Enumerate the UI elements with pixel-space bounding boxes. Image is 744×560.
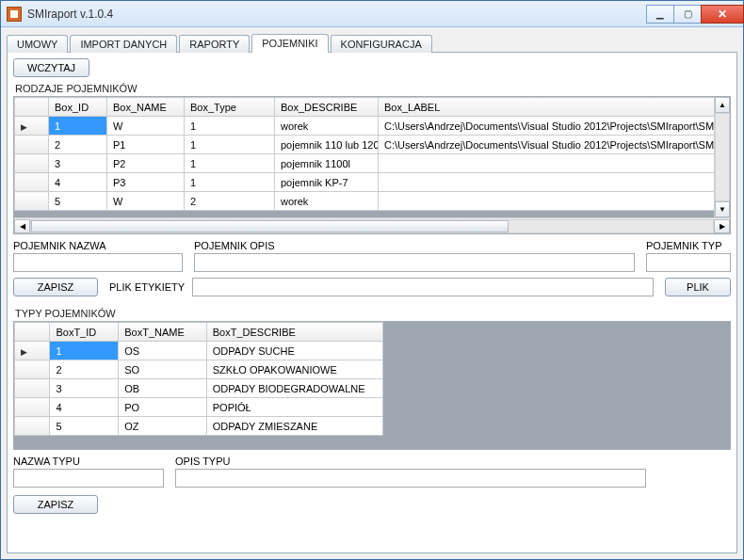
cell-box_type[interactable]: 1 <box>185 117 275 136</box>
tab-konfiguracja[interactable]: KONFIGURACJA <box>331 35 432 53</box>
grid1-col-boxtype[interactable]: Box_Type <box>185 98 275 117</box>
cell-box_label[interactable]: C:\Users\Andrzej\Documents\Visual Studio… <box>379 117 730 136</box>
scroll-left-icon[interactable]: ◀ <box>14 219 30 233</box>
tab-pojemniki[interactable]: POJEMNIKI <box>251 34 328 53</box>
table-row[interactable]: 3OBODPADY BIODEGRADOWALNE <box>15 379 383 398</box>
cell-boxt_describe[interactable]: ODPADY ZMIESZANE <box>206 417 382 436</box>
zapisz-pojemnik-button[interactable]: ZAPISZ <box>13 278 98 296</box>
plik-etykiety-input[interactable] <box>192 278 654 296</box>
tab-raporty[interactable]: RAPORTY <box>179 35 250 53</box>
cell-box_name[interactable]: W <box>107 192 185 211</box>
zapisz-typ-button[interactable]: ZAPISZ <box>13 495 98 514</box>
cell-box_label[interactable] <box>379 192 730 211</box>
cell-box_describe[interactable]: pojemnik KP-7 <box>275 173 379 192</box>
table-row[interactable]: 5OZODPADY ZMIESZANE <box>15 417 383 436</box>
minimize-button[interactable]: ▁ <box>646 5 674 24</box>
row-header[interactable] <box>15 342 50 360</box>
close-button[interactable]: ✕ <box>701 5 744 24</box>
cell-boxt_id[interactable]: 1 <box>50 342 119 360</box>
pojemnik-typ-input[interactable] <box>646 253 731 272</box>
grid1-col-boxlabel[interactable]: Box_LABEL <box>379 98 730 117</box>
hscroll-track[interactable] <box>30 219 714 233</box>
cell-box_id[interactable]: 2 <box>49 136 107 154</box>
cell-box_describe[interactable]: pojemnik 1100l <box>275 154 379 173</box>
cell-box_name[interactable]: P3 <box>107 173 185 192</box>
scroll-up-icon[interactable]: ▲ <box>715 97 730 113</box>
cell-boxt_describe[interactable]: ODPADY SUCHE <box>206 342 382 360</box>
row-header[interactable] <box>15 192 49 211</box>
table-row[interactable]: 5W2worek <box>15 192 730 211</box>
opis-typu-input[interactable] <box>175 469 646 488</box>
pojemnik-opis-input[interactable] <box>194 253 635 272</box>
wczytaj-button[interactable]: WCZYTAJ <box>13 58 89 77</box>
cell-boxt_name[interactable]: SO <box>119 360 207 379</box>
cell-box_name[interactable]: P2 <box>107 154 185 173</box>
plik-button[interactable]: PLIK <box>665 278 731 296</box>
cell-boxt_name[interactable]: OZ <box>119 417 207 436</box>
table-row[interactable]: 4P31pojemnik KP-7 <box>15 173 730 192</box>
table-row[interactable]: 2SOSZKŁO OPAKOWANIOWE <box>15 360 383 379</box>
tab-umowy[interactable]: UMOWY <box>7 35 68 53</box>
cell-boxt_id[interactable]: 4 <box>50 398 119 417</box>
cell-box_name[interactable]: P1 <box>107 136 185 154</box>
cell-box_id[interactable]: 4 <box>49 173 107 192</box>
grid1-col-boxdescribe[interactable]: Box_DESCRIBE <box>275 98 379 117</box>
cell-box_describe[interactable]: pojemnik 110 lub 120l <box>275 136 379 154</box>
cell-boxt_id[interactable]: 5 <box>50 417 119 436</box>
cell-box_label[interactable] <box>379 154 730 173</box>
cell-box_describe[interactable]: worek <box>275 192 379 211</box>
titlebar: SMIraport v.1.0.4 ▁ ▢ ✕ <box>1 1 743 27</box>
cell-boxt_describe[interactable]: SZKŁO OPAKOWANIOWE <box>206 360 382 379</box>
cell-boxt_id[interactable]: 2 <box>50 360 119 379</box>
cell-box_type[interactable]: 1 <box>185 154 275 173</box>
cell-boxt_name[interactable]: PO <box>119 398 207 417</box>
row-header[interactable] <box>15 379 50 398</box>
row-header[interactable] <box>15 360 50 379</box>
grid1-col-boxid[interactable]: Box_ID <box>49 98 107 117</box>
tab-import-danych[interactable]: IMPORT DANYCH <box>70 35 177 53</box>
window-title: SMIraport v.1.0.4 <box>27 8 647 21</box>
cell-box_id[interactable]: 1 <box>49 117 107 136</box>
nazwa-typu-input[interactable] <box>13 469 164 488</box>
cell-box_label[interactable] <box>379 173 730 192</box>
table-row[interactable]: 1OSODPADY SUCHE <box>15 342 383 360</box>
cell-boxt_id[interactable]: 3 <box>50 379 119 398</box>
table-row[interactable]: 2P11pojemnik 110 lub 120lC:\Users\Andrze… <box>15 136 730 154</box>
pojemnik-nazwa-input[interactable] <box>13 253 183 272</box>
table-row[interactable]: 4POPOPIÓŁ <box>15 398 383 417</box>
grid1-vscroll[interactable]: ▲ ▼ <box>714 97 730 217</box>
cell-box_name[interactable]: W <box>107 117 185 136</box>
row-header[interactable] <box>15 154 49 173</box>
cell-boxt_describe[interactable]: POPIÓŁ <box>206 398 382 417</box>
row-header[interactable] <box>15 398 50 417</box>
cell-box_describe[interactable]: worek <box>275 117 379 136</box>
grid2-col-boxtdescribe[interactable]: BoxT_DESCRIBE <box>206 323 382 342</box>
row-header[interactable] <box>15 173 49 192</box>
grid-rodzaje[interactable]: Box_ID Box_NAME Box_Type Box_DESCRIBE Bo… <box>13 96 731 234</box>
maximize-button[interactable]: ▢ <box>673 5 702 24</box>
row-header[interactable] <box>15 136 49 154</box>
cell-boxt_describe[interactable]: ODPADY BIODEGRADOWALNE <box>206 379 382 398</box>
hscroll-thumb[interactable] <box>31 220 509 232</box>
grid-typy[interactable]: BoxT_ID BoxT_NAME BoxT_DESCRIBE 1OSODPAD… <box>13 321 731 450</box>
scroll-right-icon[interactable]: ▶ <box>714 219 730 233</box>
scroll-down-icon[interactable]: ▼ <box>715 201 730 217</box>
pojemnik-opis-label: POJEMNIK OPIS <box>194 240 635 251</box>
cell-box_type[interactable]: 1 <box>185 136 275 154</box>
cell-boxt_name[interactable]: OB <box>119 379 207 398</box>
cell-boxt_name[interactable]: OS <box>119 342 207 360</box>
grid2-col-boxtname[interactable]: BoxT_NAME <box>119 323 207 342</box>
cell-box_type[interactable]: 2 <box>185 192 275 211</box>
cell-box_type[interactable]: 1 <box>185 173 275 192</box>
table-row[interactable]: 3P21pojemnik 1100l <box>15 154 730 173</box>
row-header[interactable] <box>15 117 49 136</box>
cell-box_id[interactable]: 5 <box>49 192 107 211</box>
row-header[interactable] <box>15 417 50 436</box>
grid2-col-boxtid[interactable]: BoxT_ID <box>50 323 119 342</box>
table-row[interactable]: 1W1worekC:\Users\Andrzej\Documents\Visua… <box>15 117 730 136</box>
cell-box_id[interactable]: 3 <box>49 154 107 173</box>
cell-box_label[interactable]: C:\Users\Andrzej\Documents\Visual Studio… <box>379 136 730 154</box>
grid1-col-boxname[interactable]: Box_NAME <box>107 98 185 117</box>
grid1-hscroll[interactable]: ◀ ▶ <box>14 217 730 233</box>
vscroll-track[interactable] <box>715 113 730 201</box>
